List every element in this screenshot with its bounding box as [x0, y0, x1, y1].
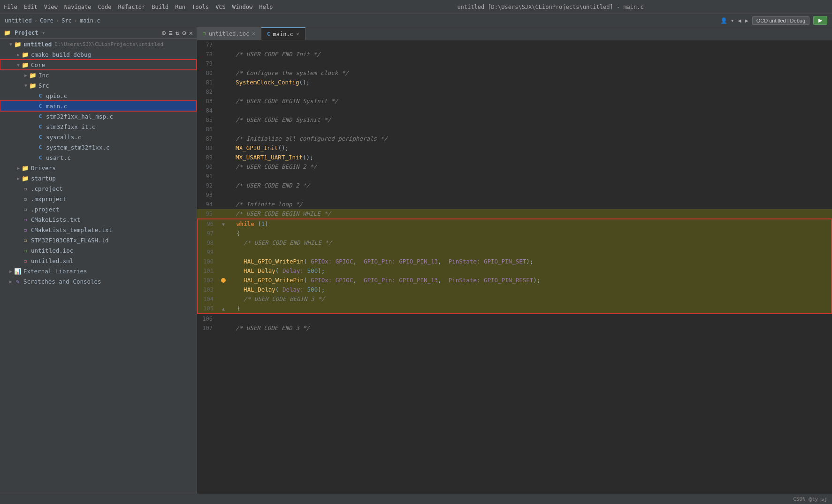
menu-code[interactable]: Code [98, 4, 112, 10]
code-line-85: 85 /* USER CODE END SysInit */ [197, 115, 832, 125]
menu-view[interactable]: View [44, 4, 58, 10]
code-line-94: 94 /* Infinite loop */ [197, 200, 832, 209]
tree-item-cmake-build-debug[interactable]: ▶ 📁 cmake-build-debug [0, 49, 197, 60]
menu-tools[interactable]: Tools [192, 4, 209, 10]
code-line-91: 91 [197, 172, 832, 181]
run-button[interactable]: ▶ [813, 16, 827, 25]
status-bar: CSDN @ty_sj [0, 494, 832, 504]
tree-item-cproject[interactable]: ▶ ◻ .cproject [0, 183, 197, 194]
status-right: CSDN @ty_sj [793, 496, 827, 502]
tree-item-external-libs[interactable]: ▶ 📊 External Libraries [0, 266, 197, 276]
code-line-92: 92 /* USER CODE END 2 */ [197, 181, 832, 190]
c-file-icon: C [267, 31, 270, 37]
tab-untitled-ioc[interactable]: ◻ untitled.ioc ✕ [197, 27, 261, 40]
tree-item-main-c[interactable]: ▶ C main.c [0, 101, 197, 111]
code-line-103: 103 HAL_Delay( Delay: 500); [197, 285, 832, 294]
profile-icon[interactable]: 👤 ▾ [720, 17, 734, 24]
tree-item-inc[interactable]: ▶ 📁 Inc [0, 70, 197, 80]
sidebar: 📁 Project ▾ ⊕ ≡ ⇅ ⚙ ✕ ▼ 📁 untitled D:\Us… [0, 27, 197, 494]
expand-icon[interactable]: ⇅ [176, 29, 179, 37]
code-line-102: 102 HAL_GPIO_WritePin( GPIOx: GPIOC, GPI… [197, 276, 832, 285]
tab-ioc-close[interactable]: ✕ [252, 30, 255, 37]
tree-item-syscalls[interactable]: ▶ C syscalls.c [0, 132, 197, 142]
menu-refactor[interactable]: Refactor [118, 4, 145, 10]
code-line-84: 84 [197, 106, 832, 115]
locate-icon[interactable]: ⊕ [162, 29, 166, 37]
folder-icon: 📁 [4, 30, 11, 36]
menu-vcs[interactable]: VCS [215, 4, 226, 10]
tree-item-mxproject[interactable]: ▶ ◻ .mxproject [0, 194, 197, 204]
code-line-90: 90 /* USER CODE BEGIN 2 */ [197, 162, 832, 172]
sidebar-title: Project [15, 30, 38, 36]
code-line-96: 96 ▼ while (1) [197, 218, 832, 229]
tree-item-stm32-it[interactable]: ▶ C stm32f1xx_it.c [0, 121, 197, 132]
tree-item-cmakelists[interactable]: ▶ ◻ CMakeLists.txt [0, 214, 197, 225]
project-tree: ▼ 📁 untitled D:\Users\SJX\CLionProjects\… [0, 39, 197, 494]
tree-item-cmakelists-template[interactable]: ▶ ◻ CMakeLists_template.txt [0, 225, 197, 235]
code-line-106: 106 [197, 314, 832, 323]
tree-item-untitled-root[interactable]: ▼ 📁 untitled D:\Users\SJX\CLionProjects\… [0, 39, 197, 49]
tree-item-core[interactable]: ▼ 📁 Core [0, 60, 197, 70]
tab-bar: ◻ untitled.ioc ✕ C main.c ✕ [197, 27, 832, 40]
code-line-77: 77 [197, 40, 832, 50]
menu-window[interactable]: Window [232, 4, 252, 10]
tree-item-untitled-xml[interactable]: ▶ ◻ untitled.xml [0, 256, 197, 266]
tab-main-c-close[interactable]: ✕ [296, 31, 299, 37]
settings-icon[interactable]: ⚙ [182, 29, 186, 37]
code-line-82: 82 [197, 87, 832, 97]
menu-navigate[interactable]: Navigate [64, 4, 92, 10]
toolbar-right: 👤 ▾ ◀ ▶ OCD untitled | Debug ▶ [720, 16, 827, 25]
tree-item-scratches[interactable]: ▶ ✎ Scratches and Consoles [0, 276, 197, 286]
ioc-file-icon: ◻ [203, 30, 206, 37]
main-layout: 📁 Project ▾ ⊕ ≡ ⇅ ⚙ ✕ ▼ 📁 untitled D:\Us… [0, 27, 832, 494]
tree-item-usart[interactable]: ▶ C usart.c [0, 152, 197, 163]
code-line-107: 107 /* USER CODE END 3 */ [197, 323, 832, 333]
breakpoint-102[interactable] [221, 278, 226, 283]
tab-ioc-label: untitled.ioc [209, 30, 250, 37]
tree-item-startup[interactable]: ▶ 📁 startup [0, 173, 197, 183]
tree-item-project[interactable]: ▶ ◻ .project [0, 204, 197, 214]
breadcrumb-core[interactable]: Core [40, 17, 53, 24]
tab-main-c[interactable]: C main.c ✕ [261, 27, 305, 40]
tree-item-hal-msp[interactable]: ▶ C stm32f1xx_hal_msp.c [0, 111, 197, 121]
tree-item-system-stm32[interactable]: ▶ C system_stm32f1xx.c [0, 142, 197, 152]
code-line-86: 86 [197, 125, 832, 134]
menu-build[interactable]: Build [152, 4, 168, 10]
menu-help[interactable]: Help [259, 4, 273, 10]
code-line-99: 99 [197, 248, 832, 257]
forward-icon[interactable]: ▶ [745, 17, 748, 24]
menu-run[interactable]: Run [175, 4, 185, 10]
code-line-81: 81 SystemClock_Config(); [197, 78, 832, 87]
tab-main-c-label: main.c [273, 31, 293, 38]
code-line-80: 80 /* Configure the system clock */ [197, 68, 832, 78]
sidebar-header: 📁 Project ▾ ⊕ ≡ ⇅ ⚙ ✕ [0, 27, 197, 39]
code-editor[interactable]: 77 78 /* USER CODE END Init */ 79 80 [197, 40, 832, 494]
fold-icon-105[interactable]: ▲ [222, 306, 225, 311]
code-line-93: 93 [197, 190, 832, 200]
fold-icon-96[interactable]: ▼ [222, 222, 225, 227]
tree-item-drivers[interactable]: ▶ 📁 Drivers [0, 163, 197, 173]
tree-item-untitled-ioc[interactable]: ▶ ◻ untitled.ioc [0, 245, 197, 256]
menu-bar[interactable]: File Edit View Navigate Code Refactor Bu… [4, 4, 273, 10]
code-line-98: 98 /* USER CODE END WHILE */ [197, 238, 832, 248]
menu-file[interactable]: File [4, 4, 17, 10]
tree-item-flash-ld[interactable]: ▶ ◻ STM32F103C8Tx_FLASH.ld [0, 235, 197, 245]
code-line-88: 88 MX_GPIO_Init(); [197, 143, 832, 153]
tree-item-src[interactable]: ▼ 📁 Src [0, 80, 197, 90]
back-icon[interactable]: ◀ [738, 17, 741, 24]
window-title: untitled [D:\Users\SJX\CLionProjects\unt… [273, 4, 828, 10]
editor-area: ◻ untitled.ioc ✕ C main.c ✕ 77 78 [197, 27, 832, 494]
code-line-79: 79 [197, 59, 832, 68]
code-line-105: 105 ▲ } [197, 304, 832, 314]
code-line-95: 95 /* USER CODE BEGIN WHILE */ [197, 209, 832, 218]
close-icon[interactable]: ✕ [189, 29, 193, 37]
tree-item-gpio-c[interactable]: ▶ C gpio.c [0, 90, 197, 101]
debug-config-button[interactable]: OCD untitled | Debug [752, 16, 809, 25]
breadcrumb-bar: untitled › Core › Src › main.c 👤 ▾ ◀ ▶ O… [0, 14, 832, 27]
breadcrumb-src[interactable]: Src [61, 17, 72, 24]
breadcrumb-untitled[interactable]: untitled [5, 17, 32, 24]
sidebar-header-icons: ⊕ ≡ ⇅ ⚙ ✕ [162, 29, 193, 37]
breadcrumb-file[interactable]: main.c [80, 17, 100, 24]
menu-edit[interactable]: Edit [24, 4, 38, 10]
collapse-icon[interactable]: ≡ [168, 29, 172, 37]
